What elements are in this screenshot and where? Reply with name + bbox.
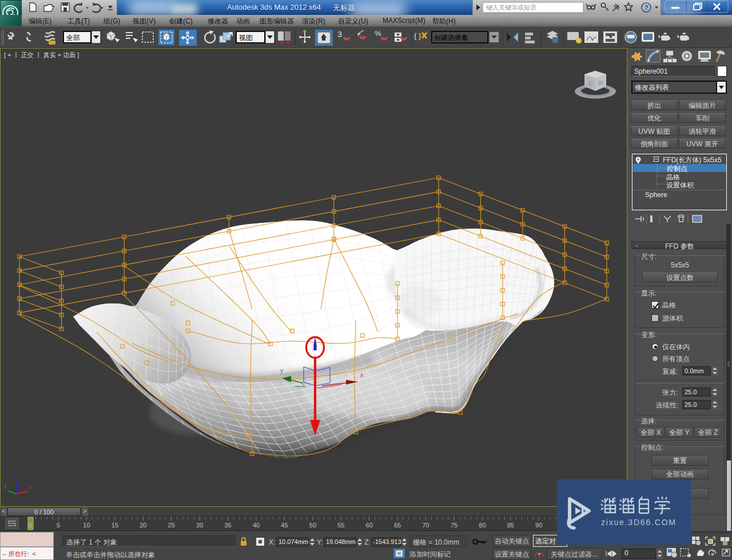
svg-text:65: 65 <box>394 522 401 529</box>
svg-text:35: 35 <box>225 522 232 529</box>
svg-text:75: 75 <box>451 522 458 529</box>
svg-text:y: y <box>4 483 7 489</box>
svg-text:60: 60 <box>366 522 373 529</box>
svg-text:10: 10 <box>83 522 90 529</box>
svg-text:创建选择集: 创建选择集 <box>433 34 468 42</box>
svg-text:0: 0 <box>29 522 32 529</box>
svg-text:5: 5 <box>57 522 60 529</box>
svg-text:25: 25 <box>168 522 175 529</box>
svg-text:x: x <box>360 372 363 378</box>
svg-text:70: 70 <box>422 522 429 529</box>
svg-text:85: 85 <box>507 522 514 529</box>
svg-text:45: 45 <box>281 522 288 529</box>
svg-text:15: 15 <box>112 522 118 529</box>
svg-text:y: y <box>280 367 283 374</box>
svg-text:z: z <box>13 475 16 481</box>
svg-text:55: 55 <box>337 522 344 529</box>
svg-text:30: 30 <box>196 522 203 529</box>
svg-text:{ }: { } <box>414 31 421 40</box>
svg-text:前: 前 <box>598 80 603 86</box>
svg-text:x: x <box>29 485 32 490</box>
svg-text:全部: 全部 <box>66 34 80 42</box>
svg-text:3: 3 <box>337 30 342 39</box>
svg-text:90: 90 <box>535 522 542 529</box>
svg-text:?: ? <box>645 4 649 11</box>
svg-text:80: 80 <box>479 522 486 529</box>
svg-text:50: 50 <box>309 522 316 529</box>
svg-text:视图: 视图 <box>238 34 253 42</box>
svg-text:键入关键字或短语: 键入关键字或短语 <box>486 4 536 11</box>
svg-text:左: 左 <box>587 81 592 86</box>
svg-text:%: % <box>375 29 381 38</box>
svg-text:40: 40 <box>253 522 260 529</box>
svg-text:20: 20 <box>140 522 146 529</box>
